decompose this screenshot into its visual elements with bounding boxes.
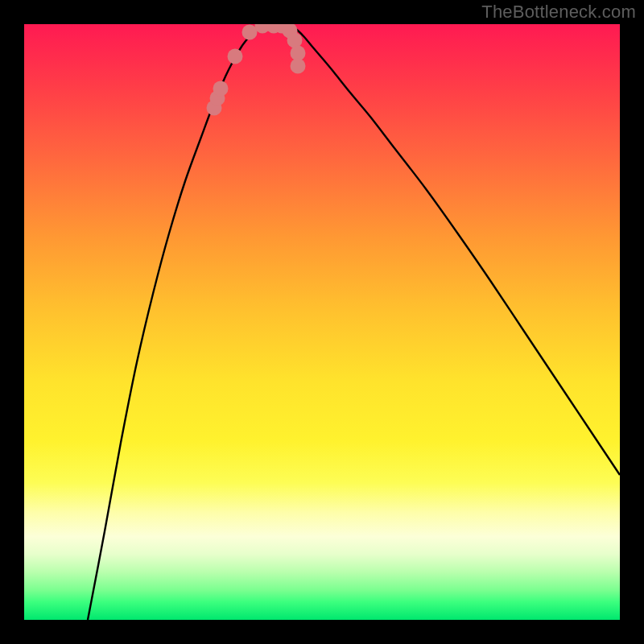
- valley-marker-dot: [287, 33, 303, 48]
- curve-svg: [24, 24, 620, 620]
- watermark-text: TheBottleneck.com: [481, 2, 636, 23]
- valley-marker-dot: [228, 49, 243, 64]
- chart-frame: TheBottleneck.com: [0, 0, 644, 644]
- valley-marker-dot: [291, 59, 306, 74]
- valley-marker-dot: [213, 81, 229, 97]
- plot-area: [24, 24, 620, 620]
- left-curve: [88, 24, 262, 620]
- right-curve: [288, 24, 620, 475]
- valley-markers: [207, 24, 306, 116]
